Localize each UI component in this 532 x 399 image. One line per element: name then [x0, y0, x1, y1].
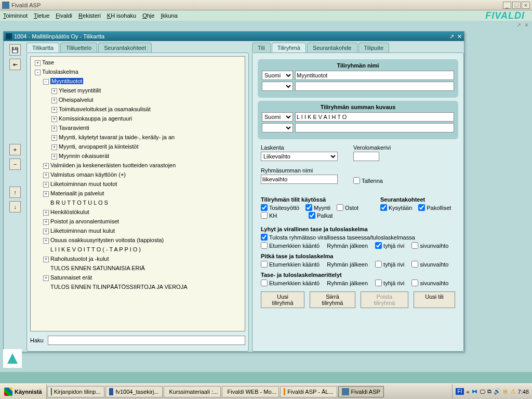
cb-pagebreak-1[interactable]	[411, 242, 418, 249]
cb-palkat[interactable]	[309, 212, 315, 219]
tree-node[interactable]: +Myynnin oikaisuerät	[32, 151, 244, 161]
expand-icon[interactable]: +	[51, 154, 57, 159]
menu-fivaldi[interactable]: Fivaldi	[56, 12, 72, 19]
plus-icon[interactable]: +	[9, 144, 21, 155]
cb-ask[interactable]	[380, 204, 387, 211]
tree-scroll[interactable]: +Tase-Tuloslaskelma-Myyntituotot+Yleiset…	[30, 56, 245, 331]
tab-tilipuite[interactable]: Tilipuite	[358, 43, 390, 52]
cb-myynti[interactable]	[305, 204, 312, 211]
save-checkbox[interactable]	[353, 177, 360, 184]
menu-kh-isohaku[interactable]: KH isohaku	[107, 12, 136, 19]
minus-icon[interactable]: −	[9, 158, 21, 170]
tray-sound-icon[interactable]: 🔊	[494, 388, 501, 395]
tree-node[interactable]: L I I K E V O I T T O ( - T A P P I O )	[32, 245, 244, 254]
lang-select-2[interactable]	[262, 82, 293, 91]
cb-emptyrow-2[interactable]	[375, 261, 382, 268]
tab-tililuettelo[interactable]: Tililuettelo	[60, 43, 97, 52]
expand-icon[interactable]: +	[43, 172, 49, 178]
tree-node[interactable]: +Tavaravienti	[32, 123, 244, 132]
expand-icon[interactable]: +	[51, 107, 57, 113]
collapse-icon[interactable]: -	[35, 70, 41, 75]
tree-node[interactable]: +Toimitusveloitukset ja osamaksulisät	[32, 104, 244, 114]
tree-node[interactable]: +Tase	[32, 58, 244, 67]
tray-icon[interactable]: «	[466, 389, 469, 395]
move-group-button[interactable]: Siirrä tiliryhmä	[310, 291, 355, 308]
tree-node[interactable]: +Liiketoiminnan muut kulut	[32, 226, 244, 235]
tray-monitor-icon[interactable]: 🖵	[480, 389, 485, 395]
tree-node[interactable]: TULOS ENNEN SATUNNAISIA ERIÄ	[32, 263, 244, 273]
cb-pagebreak-2[interactable]	[411, 261, 418, 268]
expand-icon[interactable]: +	[43, 238, 49, 244]
lang-select-4[interactable]	[262, 123, 293, 132]
tree-node[interactable]: +Valmiiden ja keskeneräisten tuotteiden …	[32, 161, 244, 170]
tree-node[interactable]: B R U T T O T U L O S	[32, 198, 244, 207]
new-account-button[interactable]: Uusi tili	[414, 291, 455, 308]
expand-icon[interactable]: +	[51, 98, 57, 103]
tab-seurantakohteet[interactable]: Seurantakohteet	[98, 43, 152, 52]
sum-desc-input[interactable]	[295, 112, 454, 122]
menu-ikkuna[interactable]: Ikkuna	[161, 12, 177, 19]
close-button[interactable]: ×	[522, 2, 530, 9]
lang-indicator[interactable]: FI	[456, 388, 464, 395]
tree-node[interactable]: +Liiketoiminnan muut tuotot	[32, 179, 244, 189]
cb-emptyrow-1[interactable]	[375, 242, 382, 249]
tree-node[interactable]: +Myynti, arvopaperit ja kiinteistöt	[32, 142, 244, 151]
taskbar-task[interactable]: Fivaldi WEB - Mo...	[222, 386, 279, 397]
expand-icon[interactable]: +	[43, 163, 49, 169]
bluetooth-icon[interactable]: ⧓	[472, 388, 477, 395]
tab-tili[interactable]: Tili	[252, 43, 271, 52]
tree-node[interactable]: +Satunnaiset erät	[32, 273, 244, 282]
cb-req[interactable]	[418, 204, 425, 211]
tree-node[interactable]: +Henkilöstökulut	[32, 207, 244, 217]
app-close-icon[interactable]: ✕	[524, 22, 529, 29]
search-input[interactable]	[48, 336, 245, 345]
lang-select-3[interactable]: Suomi	[262, 112, 293, 122]
groupsum-input[interactable]	[261, 175, 338, 184]
menu-toiminnot[interactable]: Toiminnot	[3, 12, 28, 19]
tree-node[interactable]: +Rahoitustuotot ja -kulut	[32, 254, 244, 263]
inner-close-icon[interactable]: ✕	[457, 33, 462, 40]
tab-seurantakohde[interactable]: Seurantakohde	[307, 43, 357, 52]
tree-node[interactable]: +Komissiokauppa ja agentuuri	[32, 114, 244, 123]
taxrow-input[interactable]	[353, 152, 379, 161]
cb-signflip-2[interactable]	[261, 261, 268, 268]
expand-icon[interactable]: +	[43, 191, 49, 197]
calc-select[interactable]: Liikevaihto	[261, 152, 338, 161]
tray-warn-icon[interactable]: ⚠	[511, 388, 516, 395]
lang-select-1[interactable]: Suomi	[262, 71, 293, 80]
expand-icon[interactable]: +	[43, 257, 49, 262]
taskbar-task[interactable]: fv1004_tasekirj...	[105, 386, 163, 397]
arrow-down-icon[interactable]: ↓	[9, 201, 21, 212]
tray-shield-icon[interactable]: ⛨	[503, 389, 509, 395]
expand-icon[interactable]: +	[43, 275, 49, 281]
menu-rekisteri[interactable]: Rekisteri	[78, 12, 101, 19]
expand-icon[interactable]: +	[51, 144, 57, 150]
expand-icon[interactable]: +	[51, 135, 57, 141]
inner-maximize-icon[interactable]: ↗	[449, 33, 454, 40]
expand-icon[interactable]: +	[51, 88, 57, 94]
tree-node[interactable]: +Myynti, käytetyt tavarat ja taide-, ker…	[32, 132, 244, 142]
tree-node[interactable]: -Myyntituotot	[32, 76, 244, 86]
app-restore-icon[interactable]: ↗	[516, 22, 521, 29]
arrow-up-icon[interactable]: ↑	[9, 187, 21, 198]
tree-node[interactable]: +Poistot ja arvonalentumiset	[32, 217, 244, 226]
taskbar-task[interactable]: Kirjanpidon tilinp...	[47, 386, 104, 397]
tree-node[interactable]: +Materiaalit ja palvelut	[32, 189, 244, 198]
export-icon[interactable]: ⇤	[9, 59, 21, 70]
tree-node[interactable]: -Tuloslaskelma	[32, 67, 244, 76]
taskbar-task[interactable]: Fivaldi ASP	[338, 386, 384, 397]
new-group-button[interactable]: Uusi tiliryhmä	[261, 291, 304, 308]
expand-icon[interactable]: +	[43, 182, 49, 188]
cb-tosite[interactable]	[261, 204, 268, 211]
cb-signflip-1[interactable]	[261, 242, 268, 249]
expand-icon[interactable]: +	[43, 229, 49, 234]
cb-ostot[interactable]	[337, 204, 343, 211]
taskbar-task[interactable]: Fivaldi ASP - ÄL...	[280, 386, 337, 397]
save-icon[interactable]: 💾	[9, 44, 21, 56]
menu-ohje[interactable]: Ohje	[142, 12, 154, 19]
maximize-button[interactable]: □	[512, 2, 521, 9]
cb-printgroup[interactable]	[261, 234, 268, 241]
expand-icon[interactable]: +	[35, 60, 41, 66]
expand-icon[interactable]: +	[51, 116, 57, 122]
expand-icon[interactable]: +	[43, 219, 49, 225]
